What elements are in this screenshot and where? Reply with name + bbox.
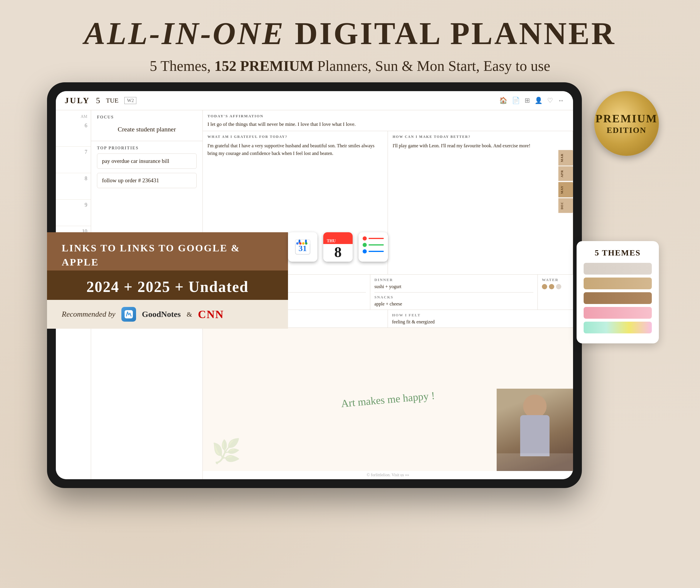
themes-card: 5 THEMES (577, 241, 659, 344)
leaf-decoration: 🌿 (212, 438, 241, 465)
water-dot-3 (556, 284, 561, 289)
planner-header: JULY 5 TUE W2 🏠 📄 ⊞ 👤 ♡ ↔ (56, 91, 573, 110)
apple-cal-date: 8 (334, 244, 342, 259)
edition-text: EDITION (607, 125, 646, 135)
water-dot-2 (549, 284, 554, 289)
reminders-icon[interactable] (359, 232, 388, 262)
calendar-icons-area: 31 THU 8 (288, 232, 388, 262)
themes-title: 5 THEMES (584, 248, 652, 257)
tab-apr[interactable]: APR (558, 166, 573, 181)
google-calendar-icon[interactable]: 31 (288, 232, 317, 262)
reminder-line-1 (363, 236, 384, 240)
affirmation-section: TODAY'S AFFIRMATION I let go of the thin… (203, 110, 573, 131)
heart-icon[interactable]: ♡ (547, 97, 553, 104)
recommended-label: Recommended by (62, 310, 115, 319)
better-label: HOW CAN I MAKE TODAY BETTER? (393, 135, 568, 139)
green-dash (369, 244, 384, 245)
theme-swatch-4 (584, 307, 652, 319)
planner-week-badge: W2 (124, 97, 136, 104)
better-text: I'll play game with Leon. I'll read my f… (393, 142, 568, 150)
goodnotes-text: GoodNotes (142, 310, 181, 319)
theme-swatch-5 (584, 322, 652, 334)
affirmation-label: TODAY'S AFFIRMATION (207, 114, 568, 118)
water-tracker (542, 284, 569, 289)
home-icon[interactable]: 🏠 (499, 97, 507, 104)
recommended-section: Recommended by GoodNotes & CNN (47, 300, 288, 329)
snacks-label: SNACKS (374, 295, 533, 300)
svg-point-6 (296, 242, 299, 244)
profile-icon[interactable]: 👤 (535, 97, 542, 104)
planner-day-num: 5 (96, 96, 100, 105)
main-title: ALL-IN-ONE DIGITAL PLANNER (0, 16, 700, 51)
reminder-line-2 (363, 243, 384, 247)
banner-line1: LINKS TO LINKS TO GOOGLE & APPLE (62, 241, 273, 269)
water-dot-1 (542, 284, 547, 289)
theme-swatch-1 (584, 263, 652, 274)
dinner-text: sushi + yogurt (374, 284, 533, 289)
dinner-cell: DINNER sushi + yogurt SNACKS apple + che… (370, 274, 538, 310)
affirmation-text: I let go of the things that will never b… (207, 121, 568, 127)
note-area: 🌿 Art makes me happy ! (203, 328, 573, 471)
svg-point-9 (305, 242, 307, 244)
planner-day-name: TUE (106, 97, 119, 104)
year-text: 2024 + 2025 + Undated (62, 278, 273, 296)
premium-text: PREMIUM (596, 112, 658, 125)
focus-label: FOCUS (97, 115, 197, 120)
reminder-line-3 (363, 249, 384, 253)
green-dot (363, 243, 367, 247)
time-9: 9 (56, 200, 91, 226)
priorities-label: TOP PRIORITIES (97, 146, 197, 150)
felt-label: HOW I FELT (392, 313, 569, 318)
tab-may[interactable]: MAY (558, 182, 573, 197)
svg-point-8 (302, 242, 304, 244)
photo-area (497, 389, 573, 471)
tablet-footer: © forlittlelion. Visit us »» (203, 471, 573, 479)
apple-calendar-icon[interactable]: THU 8 (323, 232, 353, 262)
blue-dot (363, 249, 367, 253)
gratitude-text: I'm grateful that I have a very supporti… (207, 142, 383, 157)
subtitle: 5 Themes, 152 PREMIUM Planners, Sun & Mo… (0, 57, 700, 74)
doc-icon[interactable]: 📄 (512, 97, 520, 104)
year-badge: 2024 + 2025 + Undated (47, 270, 288, 303)
main-title-area: ALL-IN-ONE DIGITAL PLANNER (0, 16, 700, 51)
dinner-label: DINNER (374, 277, 533, 282)
premium-circle: PREMIUM EDITION (594, 91, 659, 156)
felt-cell: HOW I FELT feeling fit & energized (388, 310, 573, 328)
time-6: 6 (56, 120, 91, 147)
red-dash (369, 238, 384, 239)
planner-month: JULY (65, 96, 90, 105)
priorities-section: TOP PRIORITIES pay overdue car insurance… (91, 141, 202, 197)
focus-text[interactable]: Create student planner (97, 123, 197, 136)
blue-dash (369, 251, 384, 252)
tab-mar[interactable]: MAR (558, 150, 573, 165)
header-icons: 🏠 📄 ⊞ 👤 ♡ ↔ (499, 97, 564, 104)
priority-1[interactable]: pay overdue car insurance bill (97, 153, 197, 169)
premium-badge: PREMIUM EDITION (594, 91, 659, 156)
arrows-icon[interactable]: ↔ (558, 97, 564, 104)
note-text: Art makes me happy ! (341, 389, 435, 410)
and-separator: & (187, 311, 192, 319)
water-label: WATER (542, 277, 569, 282)
am-label: AM (56, 113, 91, 120)
water-cell: WATER (538, 274, 573, 310)
svg-point-7 (299, 242, 302, 244)
theme-swatch-2 (584, 277, 652, 289)
focus-section: FOCUS Create student planner (91, 110, 202, 141)
artist-photo (497, 389, 573, 471)
grid-icon[interactable]: ⊞ (525, 97, 530, 104)
cnn-logo: CNN (198, 308, 224, 321)
gratitude-label: WHAT AM I GRATEFUL FOR TODAY? (207, 135, 383, 139)
felt-text: feeling fit & energized (392, 319, 569, 325)
tab-indicators: MAR APR MAY DEC (558, 150, 573, 214)
snacks-text: apple + cheese (374, 302, 533, 307)
tab-dec[interactable]: DEC (558, 198, 573, 213)
theme-swatch-3 (584, 292, 652, 304)
time-8: 8 (56, 173, 91, 200)
priority-2[interactable]: follow up order # 236431 (97, 173, 197, 188)
svg-text:31: 31 (299, 244, 307, 253)
better-cell: HOW CAN I MAKE TODAY BETTER? I'll play g… (388, 131, 573, 274)
goodnotes-icon (121, 307, 136, 322)
red-dot (363, 236, 367, 240)
time-7: 7 (56, 147, 91, 173)
